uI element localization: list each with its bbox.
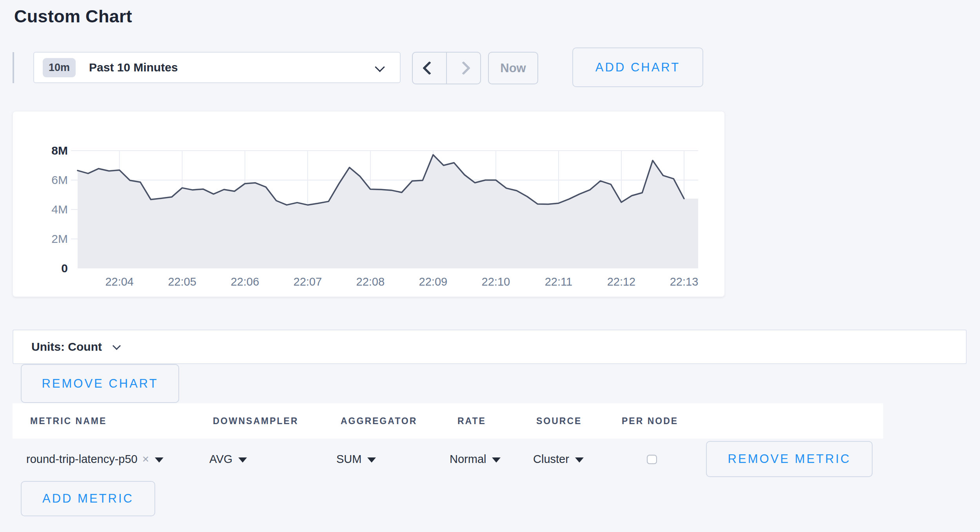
remove-metric-tag-icon[interactable]: × (142, 452, 149, 466)
per-node-checkbox[interactable] (647, 455, 657, 464)
column-header-metric-name: METRIC NAME (30, 403, 107, 439)
caret-down-icon (367, 457, 376, 463)
next-time-button[interactable] (447, 53, 480, 84)
caret-down-icon (238, 457, 247, 463)
time-window-label: Past 10 Minutes (89, 61, 178, 74)
x-tick-label: 22:12 (607, 275, 636, 288)
source-select[interactable]: Cluster (533, 450, 584, 468)
column-header-aggregator: AGGREGATOR (341, 403, 417, 439)
chevron-down-icon (113, 341, 121, 350)
x-tick-label: 22:11 (545, 275, 572, 288)
y-tick-label: 8M (51, 144, 68, 157)
caret-down-icon (492, 457, 501, 463)
downsampler-value: AVG (209, 453, 232, 466)
chart-card: 22:0422:0522:0622:0722:0822:0922:1022:11… (13, 111, 725, 297)
caret-down-icon (155, 457, 163, 463)
rate-select[interactable]: Normal (450, 450, 501, 468)
time-window-badge: 10m (43, 58, 76, 77)
time-nav-buttons (412, 52, 481, 84)
column-header-source: SOURCE (536, 403, 582, 439)
x-tick-label: 22:05 (168, 275, 196, 288)
column-header-per-node: PER NODE (622, 403, 678, 439)
column-header-downsampler: DOWNSAMPLER (213, 403, 298, 439)
add-metric-button[interactable]: ADD METRIC (21, 481, 155, 516)
y-tick-label: 4M (51, 203, 68, 216)
downsampler-select[interactable]: AVG (209, 450, 247, 468)
chevron-left-icon (423, 61, 436, 75)
y-tick-label: 0 (61, 262, 68, 275)
metrics-table-header: METRIC NAME DOWNSAMPLER AGGREGATOR RATE … (13, 403, 883, 439)
x-tick-label: 22:09 (419, 275, 448, 288)
remove-chart-button[interactable]: REMOVE CHART (21, 364, 179, 403)
chevron-right-icon (457, 61, 470, 75)
chevron-down-icon (375, 62, 385, 72)
aggregator-value: SUM (336, 453, 361, 466)
chart-area (78, 155, 698, 269)
x-tick-label: 22:07 (294, 275, 322, 288)
caret-down-icon (575, 457, 584, 463)
metric-name-select[interactable]: round-trip-latency-p50 × (26, 450, 163, 468)
add-chart-button[interactable]: ADD CHART (572, 47, 703, 87)
x-tick-label: 22:06 (230, 275, 259, 288)
prev-time-button[interactable] (413, 53, 447, 84)
time-window-dropdown[interactable]: 10m Past 10 Minutes (33, 52, 401, 83)
source-value: Cluster (533, 453, 569, 466)
column-header-rate: RATE (457, 403, 486, 439)
x-tick-label: 22:10 (482, 275, 510, 288)
remove-metric-button[interactable]: REMOVE METRIC (706, 441, 873, 477)
x-tick-label: 22:13 (670, 275, 699, 288)
aggregator-select[interactable]: SUM (336, 450, 376, 468)
x-tick-label: 22:08 (356, 275, 385, 288)
time-scope-accent-bar (13, 52, 14, 83)
x-tick-label: 22:04 (105, 275, 134, 288)
units-label: Units: Count (31, 340, 102, 353)
y-tick-label: 2M (51, 232, 68, 245)
y-tick-label: 6M (51, 173, 68, 186)
rate-value: Normal (450, 453, 486, 466)
timeseries-chart[interactable]: 22:0422:0522:0622:0722:0822:0922:1022:11… (13, 111, 724, 297)
custom-chart-page: Custom Chart 10m Past 10 Minutes Now ADD… (0, 0, 980, 532)
metric-name-value: round-trip-latency-p50 (26, 453, 138, 466)
page-title: Custom Chart (14, 6, 132, 27)
units-dropdown[interactable]: Units: Count (13, 330, 967, 364)
now-button[interactable]: Now (488, 52, 538, 84)
